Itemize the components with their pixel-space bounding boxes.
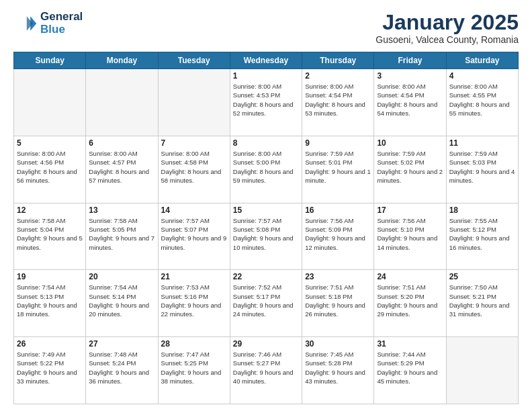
day-number: 21 bbox=[161, 272, 227, 281]
day-number: 17 bbox=[377, 205, 443, 215]
calendar-cell: 22Sunrise: 7:52 AM Sunset: 5:17 PM Dayli… bbox=[230, 270, 302, 337]
calendar-cell: 14Sunrise: 7:57 AM Sunset: 5:07 PM Dayli… bbox=[158, 203, 230, 270]
calendar-cell: 3Sunrise: 8:00 AM Sunset: 4:54 PM Daylig… bbox=[374, 69, 446, 136]
calendar-cell: 12Sunrise: 7:58 AM Sunset: 5:04 PM Dayli… bbox=[14, 203, 86, 270]
calendar-header-row: SundayMondayTuesdayWednesdayThursdayFrid… bbox=[14, 52, 519, 69]
day-number: 1 bbox=[233, 71, 299, 81]
calendar-title: January 2025 bbox=[375, 11, 519, 34]
day-info: Sunrise: 7:57 AM Sunset: 5:08 PM Dayligh… bbox=[233, 216, 299, 252]
day-info: Sunrise: 7:46 AM Sunset: 5:27 PM Dayligh… bbox=[233, 350, 299, 385]
day-info: Sunrise: 7:56 AM Sunset: 5:10 PM Dayligh… bbox=[377, 216, 443, 252]
day-number: 14 bbox=[161, 205, 227, 215]
day-number: 26 bbox=[17, 339, 83, 349]
day-number: 3 bbox=[377, 71, 443, 81]
day-info: Sunrise: 7:48 AM Sunset: 5:24 PM Dayligh… bbox=[89, 350, 154, 385]
day-info: Sunrise: 7:54 AM Sunset: 5:13 PM Dayligh… bbox=[17, 283, 83, 318]
day-info: Sunrise: 7:55 AM Sunset: 5:12 PM Dayligh… bbox=[449, 216, 515, 252]
logo-icon bbox=[13, 11, 38, 36]
day-number: 4 bbox=[449, 71, 515, 81]
day-info: Sunrise: 7:51 AM Sunset: 5:20 PM Dayligh… bbox=[377, 283, 443, 318]
day-number: 7 bbox=[161, 138, 227, 148]
calendar-cell: 11Sunrise: 7:59 AM Sunset: 5:03 PM Dayli… bbox=[446, 136, 518, 203]
header: General Blue January 2025 Gusoeni, Valce… bbox=[13, 11, 519, 45]
day-info: Sunrise: 8:00 AM Sunset: 4:56 PM Dayligh… bbox=[17, 149, 83, 185]
day-info: Sunrise: 8:00 AM Sunset: 4:53 PM Dayligh… bbox=[233, 82, 299, 118]
day-number: 2 bbox=[305, 71, 371, 81]
title-block: January 2025 Gusoeni, Valcea County, Rom… bbox=[375, 11, 519, 45]
day-header-thursday: Thursday bbox=[302, 52, 374, 69]
calendar-cell: 20Sunrise: 7:54 AM Sunset: 5:14 PM Dayli… bbox=[86, 270, 158, 337]
day-info: Sunrise: 7:45 AM Sunset: 5:28 PM Dayligh… bbox=[305, 350, 371, 385]
day-number: 6 bbox=[89, 138, 154, 148]
day-info: Sunrise: 8:00 AM Sunset: 4:55 PM Dayligh… bbox=[449, 82, 515, 118]
calendar-cell: 4Sunrise: 8:00 AM Sunset: 4:55 PM Daylig… bbox=[446, 69, 518, 136]
day-info: Sunrise: 7:59 AM Sunset: 5:01 PM Dayligh… bbox=[305, 149, 371, 185]
day-number: 28 bbox=[161, 339, 227, 349]
day-info: Sunrise: 8:00 AM Sunset: 4:54 PM Dayligh… bbox=[377, 82, 443, 118]
day-number: 5 bbox=[17, 138, 83, 148]
page: General Blue January 2025 Gusoeni, Valce… bbox=[0, 0, 532, 411]
calendar-cell: 13Sunrise: 7:58 AM Sunset: 5:05 PM Dayli… bbox=[86, 203, 158, 270]
day-number: 25 bbox=[449, 272, 515, 281]
calendar-week-row: 19Sunrise: 7:54 AM Sunset: 5:13 PM Dayli… bbox=[14, 270, 519, 337]
calendar-cell: 18Sunrise: 7:55 AM Sunset: 5:12 PM Dayli… bbox=[446, 203, 518, 270]
calendar-cell: 5Sunrise: 8:00 AM Sunset: 4:56 PM Daylig… bbox=[14, 136, 86, 203]
calendar-cell: 10Sunrise: 7:59 AM Sunset: 5:02 PM Dayli… bbox=[374, 136, 446, 203]
calendar-cell: 9Sunrise: 7:59 AM Sunset: 5:01 PM Daylig… bbox=[302, 136, 374, 203]
calendar-week-row: 12Sunrise: 7:58 AM Sunset: 5:04 PM Dayli… bbox=[14, 203, 519, 270]
day-info: Sunrise: 8:00 AM Sunset: 4:58 PM Dayligh… bbox=[161, 149, 227, 185]
day-number: 23 bbox=[305, 272, 371, 281]
day-number: 22 bbox=[233, 272, 299, 281]
day-number: 29 bbox=[233, 339, 299, 349]
calendar-cell: 2Sunrise: 8:00 AM Sunset: 4:54 PM Daylig… bbox=[302, 69, 374, 136]
day-info: Sunrise: 7:56 AM Sunset: 5:09 PM Dayligh… bbox=[305, 216, 371, 252]
calendar-cell: 23Sunrise: 7:51 AM Sunset: 5:18 PM Dayli… bbox=[302, 270, 374, 337]
calendar-cell bbox=[158, 69, 230, 136]
day-number: 16 bbox=[305, 205, 371, 215]
day-header-sunday: Sunday bbox=[14, 52, 86, 69]
day-number: 15 bbox=[233, 205, 299, 215]
day-number: 19 bbox=[17, 272, 83, 281]
calendar-cell: 6Sunrise: 8:00 AM Sunset: 4:57 PM Daylig… bbox=[86, 136, 158, 203]
day-info: Sunrise: 7:57 AM Sunset: 5:07 PM Dayligh… bbox=[161, 216, 227, 252]
day-info: Sunrise: 7:51 AM Sunset: 5:18 PM Dayligh… bbox=[305, 283, 371, 318]
calendar-cell: 28Sunrise: 7:47 AM Sunset: 5:25 PM Dayli… bbox=[158, 337, 230, 404]
logo-text: General Blue bbox=[40, 11, 83, 36]
calendar-cell bbox=[86, 69, 158, 136]
calendar-subtitle: Gusoeni, Valcea County, Romania bbox=[375, 34, 519, 45]
day-number: 27 bbox=[89, 339, 154, 349]
day-info: Sunrise: 7:58 AM Sunset: 5:04 PM Dayligh… bbox=[17, 216, 83, 252]
day-number: 8 bbox=[233, 138, 299, 148]
day-header-saturday: Saturday bbox=[446, 52, 518, 69]
day-number: 13 bbox=[89, 205, 154, 215]
day-header-monday: Monday bbox=[86, 52, 158, 69]
day-number: 11 bbox=[449, 138, 515, 148]
calendar-cell: 21Sunrise: 7:53 AM Sunset: 5:16 PM Dayli… bbox=[158, 270, 230, 337]
day-info: Sunrise: 7:52 AM Sunset: 5:17 PM Dayligh… bbox=[233, 283, 299, 318]
calendar-cell: 1Sunrise: 8:00 AM Sunset: 4:53 PM Daylig… bbox=[230, 69, 302, 136]
calendar-cell: 8Sunrise: 8:00 AM Sunset: 5:00 PM Daylig… bbox=[230, 136, 302, 203]
day-info: Sunrise: 8:00 AM Sunset: 4:57 PM Dayligh… bbox=[89, 149, 154, 185]
calendar-cell bbox=[446, 337, 518, 404]
calendar-cell: 19Sunrise: 7:54 AM Sunset: 5:13 PM Dayli… bbox=[14, 270, 86, 337]
calendar-cell: 26Sunrise: 7:49 AM Sunset: 5:22 PM Dayli… bbox=[14, 337, 86, 404]
day-header-tuesday: Tuesday bbox=[158, 52, 230, 69]
day-number: 18 bbox=[449, 205, 515, 215]
day-info: Sunrise: 7:59 AM Sunset: 5:02 PM Dayligh… bbox=[377, 149, 443, 185]
logo: General Blue bbox=[13, 11, 83, 36]
calendar-cell: 17Sunrise: 7:56 AM Sunset: 5:10 PM Dayli… bbox=[374, 203, 446, 270]
calendar-cell: 30Sunrise: 7:45 AM Sunset: 5:28 PM Dayli… bbox=[302, 337, 374, 404]
day-info: Sunrise: 7:47 AM Sunset: 5:25 PM Dayligh… bbox=[161, 350, 227, 385]
day-number: 24 bbox=[377, 272, 443, 281]
calendar-week-row: 1Sunrise: 8:00 AM Sunset: 4:53 PM Daylig… bbox=[14, 69, 519, 136]
day-info: Sunrise: 8:00 AM Sunset: 4:54 PM Dayligh… bbox=[305, 82, 371, 118]
calendar-cell: 31Sunrise: 7:44 AM Sunset: 5:29 PM Dayli… bbox=[374, 337, 446, 404]
calendar-cell: 7Sunrise: 8:00 AM Sunset: 4:58 PM Daylig… bbox=[158, 136, 230, 203]
day-number: 9 bbox=[305, 138, 371, 148]
calendar-cell: 27Sunrise: 7:48 AM Sunset: 5:24 PM Dayli… bbox=[86, 337, 158, 404]
calendar-cell: 25Sunrise: 7:50 AM Sunset: 5:21 PM Dayli… bbox=[446, 270, 518, 337]
day-info: Sunrise: 8:00 AM Sunset: 5:00 PM Dayligh… bbox=[233, 149, 299, 185]
calendar-cell: 24Sunrise: 7:51 AM Sunset: 5:20 PM Dayli… bbox=[374, 270, 446, 337]
day-header-friday: Friday bbox=[374, 52, 446, 69]
day-number: 10 bbox=[377, 138, 443, 148]
